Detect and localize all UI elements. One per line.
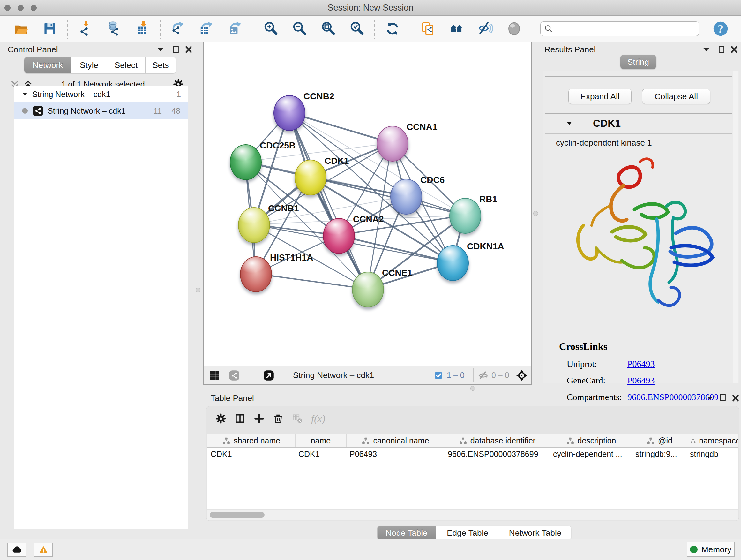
collection-disclosure-icon[interactable] xyxy=(21,90,29,98)
scrollbar-thumb[interactable] xyxy=(210,512,265,517)
column-header-shared-name[interactable]: shared name xyxy=(207,434,295,448)
application-window: Session: New Session ? Control Panel Net… xyxy=(0,0,741,560)
table-cell[interactable]: 9606.ENSP00000378699 xyxy=(445,448,550,460)
export-image-button[interactable] xyxy=(227,20,244,37)
crosslink-value-link[interactable]: P06493 xyxy=(627,359,655,369)
table-cell[interactable]: stringdb:9... xyxy=(632,448,687,460)
column-header--id[interactable]: @id xyxy=(632,434,687,448)
tab-style[interactable]: Style xyxy=(71,57,107,73)
results-panel-float-icon[interactable] xyxy=(717,45,726,54)
crosslink-value-link[interactable]: P06493 xyxy=(627,375,655,386)
grid-view-icon[interactable] xyxy=(209,370,220,381)
table-cell[interactable]: CDK1 xyxy=(295,448,346,460)
collection-label: String Network – cdk1 xyxy=(32,90,111,99)
network-node-cdk1[interactable] xyxy=(294,160,327,195)
hide-selected-button[interactable] xyxy=(477,20,494,37)
export-network-button[interactable] xyxy=(170,20,186,37)
table-cell[interactable]: CDK1 xyxy=(207,448,295,460)
table-row[interactable]: CDK1CDK1P064939606.ENSP00000378699cyclin… xyxy=(207,448,738,460)
network-node-ccnb2[interactable] xyxy=(273,95,306,131)
node-label-cdkn1a: CDKN1A xyxy=(467,241,504,252)
network-node-ccne1[interactable] xyxy=(352,272,384,307)
column-header-database-identifier[interactable]: database identifier xyxy=(445,434,550,448)
node-label-ccnb2: CCNB2 xyxy=(304,91,334,102)
zoom-in-button[interactable] xyxy=(263,20,279,37)
results-tab-string[interactable]: String xyxy=(620,55,656,69)
tab-network-table[interactable]: Network Table xyxy=(499,526,571,540)
right-splitter-handle[interactable] xyxy=(533,211,538,216)
network-node-ccnb1[interactable] xyxy=(238,207,270,243)
left-splitter-handle[interactable] xyxy=(196,288,200,293)
network-type-icon[interactable] xyxy=(228,370,240,381)
network-node-cdc25b[interactable] xyxy=(230,144,262,180)
network-view-toolbar: String Network – cdk1 1 – 0 0 – 0 xyxy=(204,366,531,384)
table-panel-float-icon[interactable] xyxy=(718,393,728,402)
collapse-all-button[interactable]: Collapse All xyxy=(642,89,711,104)
trash-button[interactable] xyxy=(273,413,284,424)
network-row-selected[interactable]: String Network – cdk1 11 48 xyxy=(14,103,188,119)
zoom-selected-button[interactable] xyxy=(349,20,365,37)
refresh-view-button[interactable] xyxy=(384,20,401,37)
hidden-count-eye-icon[interactable] xyxy=(478,370,488,381)
node-section-disclosure-icon[interactable] xyxy=(565,119,574,128)
network-node-cdkn1a[interactable] xyxy=(437,245,469,281)
column-header-namespace[interactable]: namespace xyxy=(687,434,738,448)
column-header-name[interactable]: name xyxy=(295,434,346,448)
network-collection-row[interactable]: String Network – cdk1 1 xyxy=(14,86,188,103)
control-panel-close-icon[interactable] xyxy=(184,45,193,54)
results-panel-menu-icon[interactable] xyxy=(701,45,711,54)
plus-button[interactable] xyxy=(254,413,265,424)
tab-node-table[interactable]: Node Table xyxy=(378,526,436,540)
column-type-icon xyxy=(566,437,575,445)
cloud-button[interactable] xyxy=(7,543,26,557)
table-cell[interactable]: P06493 xyxy=(346,448,445,460)
selected-count-checkbox[interactable] xyxy=(434,371,443,380)
network-node-rb1[interactable] xyxy=(449,198,481,234)
tab-network[interactable]: Network xyxy=(24,57,71,73)
gear-button[interactable] xyxy=(215,413,226,424)
control-panel-float-icon[interactable] xyxy=(171,45,181,54)
network-canvas[interactable]: CCNB2CCNA1CDC25BCDK1CDC6RB1CCNB1CCNA2CDK… xyxy=(204,42,531,366)
tab-sets[interactable]: Sets xyxy=(145,57,176,73)
import-table-file-button[interactable] xyxy=(134,20,151,37)
tab-edge-table[interactable]: Edge Table xyxy=(436,526,499,540)
network-node-cdc6[interactable] xyxy=(390,179,422,214)
results-panel-close-icon[interactable] xyxy=(730,45,739,54)
expand-all-button[interactable]: Expand All xyxy=(568,89,631,104)
network-node-ccna2[interactable] xyxy=(323,218,355,254)
import-network-database-button[interactable] xyxy=(106,20,122,37)
search-input[interactable] xyxy=(540,21,699,36)
network-node-hist1h1a[interactable] xyxy=(240,256,272,292)
table-cell[interactable]: cyclin-dependent ... xyxy=(550,448,632,460)
table-cell[interactable]: stringdb xyxy=(687,448,738,460)
open-session-button[interactable] xyxy=(13,20,29,37)
memory-button[interactable]: Memory xyxy=(687,542,735,557)
column-header-canonical-name[interactable]: canonical name xyxy=(346,434,445,448)
table-panel-close-icon[interactable] xyxy=(731,393,740,403)
toolbar-divider xyxy=(410,19,411,39)
clone-network-button[interactable] xyxy=(420,20,436,37)
horizontal-splitter-handle[interactable] xyxy=(470,386,475,391)
birds-eye-view-icon[interactable] xyxy=(263,370,274,381)
zoom-out-button[interactable] xyxy=(291,20,308,37)
node-section-header[interactable]: CDK1 xyxy=(545,114,732,134)
import-network-file-button[interactable] xyxy=(77,20,93,37)
tab-select[interactable]: Select xyxy=(107,57,145,73)
first-neighbors-button[interactable] xyxy=(448,20,465,37)
network-view-panel: CCNB2CCNA1CDC25BCDK1CDC6RB1CCNB1CCNA2CDK… xyxy=(203,42,532,385)
save-session-button[interactable] xyxy=(42,20,58,37)
column-type-icon xyxy=(222,437,230,445)
control-panel-menu-icon[interactable] xyxy=(156,45,165,54)
warnings-button[interactable] xyxy=(34,543,53,557)
show-all-button xyxy=(506,20,522,37)
zoom-fit-button[interactable] xyxy=(320,20,337,37)
table-panel-menu-icon[interactable] xyxy=(705,393,715,403)
fit-selected-icon[interactable] xyxy=(516,369,528,381)
export-table-button[interactable] xyxy=(199,20,215,37)
results-scrollbar[interactable] xyxy=(733,71,738,383)
help-button[interactable]: ? xyxy=(713,21,729,37)
column-header-description[interactable]: description xyxy=(550,434,632,448)
columns-button[interactable] xyxy=(234,413,246,424)
network-node-ccna1[interactable] xyxy=(377,126,408,162)
table-horizontal-scrollbar[interactable] xyxy=(207,510,738,520)
